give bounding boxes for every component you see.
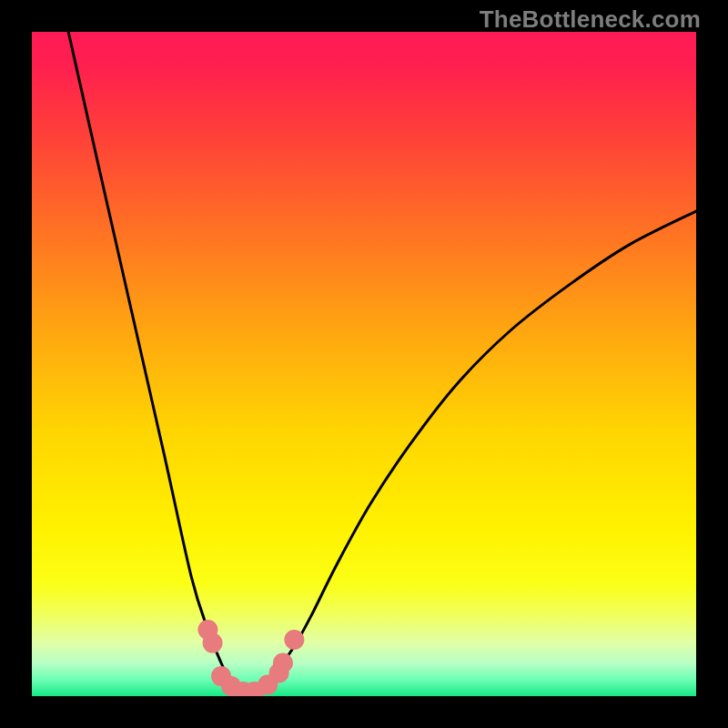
bottleneck-chart — [32, 32, 696, 696]
curve-marker — [273, 653, 293, 673]
plot-area — [32, 32, 696, 696]
curve-marker — [203, 633, 223, 653]
gradient-background — [32, 32, 696, 696]
curve-marker — [284, 630, 304, 650]
watermark-text: TheBottleneck.com — [480, 5, 701, 34]
chart-frame: TheBottleneck.com — [0, 0, 728, 728]
